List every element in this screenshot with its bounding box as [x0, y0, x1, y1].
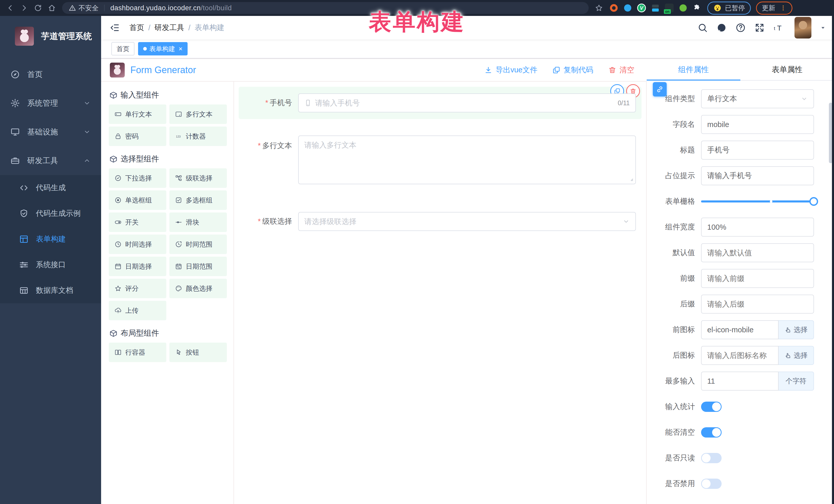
- link-button[interactable]: [653, 82, 667, 96]
- refresh-icon[interactable]: [32, 2, 44, 14]
- prop-append-prefix-icon[interactable]: 选择: [778, 320, 814, 339]
- extension-green-v-icon[interactable]: V: [636, 3, 647, 13]
- prop-select-type[interactable]: 单行文本: [701, 89, 814, 108]
- palette-item-password[interactable]: 密码: [109, 127, 166, 146]
- clear-button[interactable]: 清空: [608, 65, 634, 75]
- palette-item-radio[interactable]: 单选框组: [109, 191, 166, 210]
- palette-item-select[interactable]: 下拉选择: [109, 168, 166, 188]
- sidebar-item-codegen-demo[interactable]: 代码生成示例: [0, 201, 101, 226]
- palette-item-checkbox[interactable]: 多选框组: [169, 191, 227, 210]
- search-icon[interactable]: [697, 22, 708, 34]
- tag-首页[interactable]: 首页: [111, 42, 134, 56]
- form-canvas[interactable]: *手机号 0/11: [234, 82, 647, 504]
- extension-split-icon[interactable]: [650, 3, 660, 13]
- palette-item-cascader[interactable]: 级联选择: [169, 168, 227, 188]
- resize-handle-icon[interactable]: [628, 176, 634, 182]
- url-bar[interactable]: 不安全 dashboard.yudao.iocoder.cn/tool/buil…: [62, 2, 589, 14]
- prop-switch-show-count[interactable]: [701, 401, 722, 412]
- prop-input-title[interactable]: [701, 140, 814, 160]
- security-warning-icon[interactable]: 不安全: [69, 4, 98, 13]
- copy-code-button[interactable]: 复制代码: [552, 65, 593, 75]
- paused-badge[interactable]: 已暂停: [707, 2, 751, 15]
- slider-handle[interactable]: [809, 197, 818, 206]
- tab-form-props[interactable]: 表单属性: [740, 59, 834, 80]
- palette-item-input[interactable]: 单行文本: [109, 105, 166, 124]
- palette-item-time-range[interactable]: 时间范围: [169, 235, 227, 254]
- fullscreen-icon[interactable]: [754, 22, 765, 34]
- mobile-input[interactable]: [315, 99, 614, 107]
- user-avatar[interactable]: [794, 17, 811, 39]
- sidebar-item-system-api[interactable]: 系统接口: [0, 252, 101, 278]
- sidebar-item-form-build[interactable]: 表单构建: [0, 226, 101, 252]
- canvas-field-mobile[interactable]: *手机号 0/11: [239, 87, 641, 119]
- github-icon[interactable]: [716, 22, 727, 34]
- sidebar-item-codegen[interactable]: 代码生成: [0, 175, 101, 201]
- prop-input-maxlength[interactable]: [701, 372, 778, 391]
- prop-slider-grid[interactable]: [701, 192, 814, 211]
- palette-item-textarea[interactable]: 多行文本: [169, 105, 227, 124]
- breadcrumb-home[interactable]: 首页: [129, 23, 144, 33]
- prop-input-prefix-icon[interactable]: [701, 320, 778, 339]
- link-icon: [656, 85, 664, 93]
- help-icon[interactable]: [735, 22, 746, 34]
- close-icon[interactable]: ×: [179, 45, 182, 53]
- prop-input-default[interactable]: [701, 243, 814, 262]
- canvas-field-cascader[interactable]: *级联选择: [239, 205, 641, 238]
- palette-item-button[interactable]: 按钮: [169, 343, 227, 362]
- forward-icon[interactable]: [18, 2, 30, 14]
- palette-item-date[interactable]: 日期选择: [109, 257, 166, 276]
- palette-item-date-range[interactable]: 日期范围: [169, 257, 227, 276]
- copy-icon: [552, 66, 561, 74]
- sidebar-item-infra[interactable]: 基础设施: [0, 117, 101, 146]
- home-icon[interactable]: [46, 2, 58, 14]
- extension-green-plant-icon[interactable]: [678, 3, 688, 13]
- chevron-down-icon: [83, 99, 91, 107]
- textarea-input[interactable]: [298, 135, 636, 184]
- palette-item-slider[interactable]: 滑块: [169, 213, 227, 232]
- prop-input-width[interactable]: [701, 218, 814, 237]
- sidebar-item-home[interactable]: 首页: [0, 60, 101, 89]
- prop-switch-clearable[interactable]: [701, 427, 722, 438]
- sidebar-item-devtool[interactable]: 研发工具: [0, 146, 101, 175]
- cascader-select[interactable]: [298, 212, 636, 231]
- prop-input-suffix-icon[interactable]: [701, 346, 778, 365]
- extension-puzzle-icon[interactable]: [692, 3, 702, 13]
- palette-item-number[interactable]: 123计数器: [169, 127, 227, 146]
- font-size-icon[interactable]: tT: [773, 22, 784, 34]
- cascader-input[interactable]: [304, 217, 619, 226]
- prop-input-field[interactable]: [701, 115, 814, 134]
- palette-item-row[interactable]: 行容器: [109, 343, 166, 362]
- canvas-field-textarea[interactable]: *多行文本: [239, 129, 641, 191]
- extension-blue-drop-icon[interactable]: [622, 3, 633, 13]
- palette-item-upload[interactable]: 上传: [109, 301, 166, 320]
- tab-component-props[interactable]: 组件属性: [647, 59, 740, 80]
- export-vue-button[interactable]: 导出vue文件: [484, 65, 537, 75]
- update-button[interactable]: 更新: [756, 2, 792, 15]
- browser-menu-icon[interactable]: [780, 5, 787, 11]
- prop-switch-readonly[interactable]: [701, 453, 722, 463]
- palette-item-rate[interactable]: 评分: [109, 279, 166, 298]
- menu-fold-icon[interactable]: [109, 22, 120, 34]
- prop-append-suffix-icon[interactable]: 选择: [778, 346, 814, 365]
- prop-control: [701, 427, 814, 438]
- breadcrumb-devtool[interactable]: 研发工具: [154, 23, 184, 33]
- extension-orange-ring-icon[interactable]: [609, 3, 619, 13]
- tag-表单构建[interactable]: 表单构建×: [138, 42, 188, 56]
- prop-input-placeholder[interactable]: [701, 166, 814, 185]
- sidebar-item-db-doc[interactable]: 数据库文档: [0, 278, 101, 303]
- sidebar-item-system[interactable]: 系统管理: [0, 89, 101, 117]
- extension-on-badge-icon[interactable]: on: [664, 3, 674, 13]
- avatar-caret-icon[interactable]: [820, 24, 826, 31]
- palette-item-time[interactable]: 时间选择: [109, 235, 166, 254]
- palette-item-color[interactable]: 颜色选择: [169, 279, 227, 298]
- append-label: 个字符: [786, 376, 807, 386]
- prop-input-prefix[interactable]: [701, 269, 814, 288]
- bookmark-star-icon[interactable]: [593, 2, 605, 14]
- prop-append-maxlength[interactable]: 个字符: [778, 372, 814, 391]
- checkbox-icon: [175, 197, 182, 204]
- sidebar-logo-row[interactable]: 芋道管理系统: [0, 16, 101, 57]
- palette-item-switch[interactable]: 开关: [109, 213, 166, 232]
- back-icon[interactable]: [4, 2, 17, 14]
- prop-input-suffix[interactable]: [701, 294, 814, 313]
- prop-switch-disabled[interactable]: [701, 479, 722, 489]
